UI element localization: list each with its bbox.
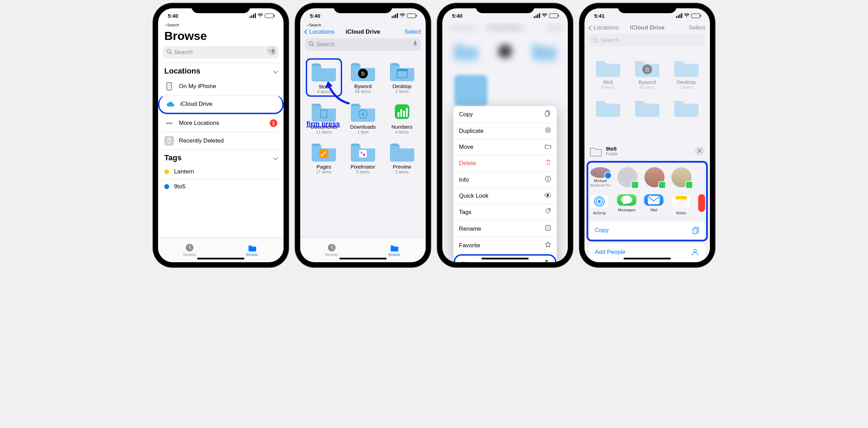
phone-3: 5:40 ‹ Locations iCloud Drive Select Cop…	[437, 3, 573, 267]
tag-icon	[545, 208, 551, 216]
page-title: Browse	[158, 27, 284, 46]
svg-point-31	[549, 209, 550, 211]
back-button: Locations	[589, 24, 619, 31]
notch	[476, 3, 535, 13]
close-button[interactable]: ✕	[695, 146, 704, 156]
section-tags[interactable]: Tags	[158, 149, 284, 164]
wifi-icon	[684, 13, 689, 19]
folder-icon	[248, 243, 257, 252]
more-button[interactable]: ···	[267, 46, 277, 55]
row-icloud-drive[interactable]: iCloud Drive	[158, 95, 284, 114]
folder-icon	[389, 60, 416, 82]
folder-thumb-icon	[590, 146, 602, 156]
search-input[interactable]: Search	[305, 38, 421, 51]
ctx-copy[interactable]: Copy	[453, 106, 557, 123]
annotation-highlight-box	[587, 161, 708, 241]
nav-title: iCloud Drive	[346, 28, 380, 35]
ctx-favorite[interactable]: Favorite	[453, 237, 557, 254]
nav-title: iCloud Drive	[630, 24, 665, 31]
star-icon	[545, 241, 551, 249]
svg-rect-17	[403, 111, 405, 117]
svg-point-24	[498, 44, 512, 58]
search-placeholder: Search	[316, 41, 335, 48]
svg-rect-11	[397, 69, 407, 71]
home-indicator[interactable]	[197, 258, 244, 259]
tag-dot-icon	[164, 184, 169, 189]
ctx-rename[interactable]: Rename	[453, 221, 557, 237]
ellipsis-icon: •••	[164, 118, 174, 128]
duplicate-icon	[545, 127, 551, 135]
folder-icon	[389, 141, 416, 162]
svg-rect-20	[359, 150, 367, 157]
select-button: Select	[689, 24, 705, 31]
row-on-my-iphone[interactable]: On My iPhone	[158, 78, 284, 95]
signal-icon	[392, 13, 398, 18]
tag-dot-icon	[164, 169, 169, 174]
context-menu: Copy Duplicate Move Delete Info Quick Lo…	[453, 106, 557, 262]
breadcrumb-back[interactable]: ‹ Search	[300, 23, 426, 27]
back-button[interactable]: Locations	[305, 28, 335, 35]
svg-line-1	[170, 53, 172, 54]
numbers-app-icon	[389, 101, 416, 122]
copy-icon	[545, 110, 551, 118]
svg-rect-16	[400, 109, 402, 117]
mic-icon[interactable]	[413, 41, 417, 49]
battery-icon	[407, 14, 416, 18]
app-pixelmator[interactable]: Pixelmator 0 items	[345, 139, 381, 177]
ctx-duplicate[interactable]: Duplicate	[453, 123, 557, 139]
trash-icon	[546, 159, 551, 167]
sheet-header: 9to5 Folder ✕	[584, 141, 710, 162]
home-indicator[interactable]	[339, 258, 387, 259]
status-time: 5:41	[594, 13, 605, 19]
trash-icon	[164, 136, 174, 146]
battery-icon	[265, 14, 274, 18]
tag-lantern[interactable]: Lantern	[158, 164, 284, 179]
person-add-icon	[692, 249, 700, 257]
status-time: 5:40	[310, 13, 320, 19]
folder-grid: 9to5 8 items B Byword 85 items Desktop 3…	[300, 55, 426, 180]
signal-icon	[250, 13, 256, 18]
search-icon	[309, 41, 314, 48]
search-input[interactable]: Search	[163, 46, 279, 59]
folder-move-icon	[545, 144, 551, 151]
notch	[333, 3, 392, 13]
badge-count: 1	[270, 119, 277, 127]
svg-text:B: B	[361, 71, 365, 77]
app-numbers[interactable]: Numbers 4 items	[384, 99, 420, 137]
tag-9to5[interactable]: 9to5	[158, 179, 284, 194]
row-recently-deleted[interactable]: Recently Deleted	[158, 132, 284, 149]
phone-4: 5:41 Locations iCloud Drive Select Searc…	[580, 3, 715, 267]
search-placeholder: Search	[174, 49, 193, 56]
ctx-tags[interactable]: Tags	[453, 204, 557, 221]
svg-rect-18	[406, 108, 408, 117]
ctx-info[interactable]: Info	[453, 172, 557, 188]
ctx-quick-look[interactable]: Quick Look	[453, 188, 557, 204]
app-pages[interactable]: Pages 17 items	[306, 139, 342, 177]
folder-desktop[interactable]: Desktop 3 items	[384, 58, 420, 97]
navbar-dimmed: Locations iCloud Drive Select	[584, 23, 710, 34]
home-indicator[interactable]	[624, 258, 671, 259]
wifi-icon	[258, 13, 263, 19]
wifi-icon	[400, 13, 405, 19]
action-add-people[interactable]: Add People	[589, 244, 705, 262]
pages-app-icon	[310, 141, 337, 162]
iphone-icon	[164, 82, 174, 91]
svg-line-36	[597, 41, 598, 43]
phone-2: 5:40 ‹ Search Locations iCloud Drive Sel…	[295, 3, 431, 267]
select-button[interactable]: Select	[405, 28, 421, 35]
folder-preview[interactable]: Preview 2 items	[384, 139, 420, 177]
folder-icon	[349, 101, 376, 122]
battery-low-icon	[549, 14, 558, 18]
svg-line-6	[312, 45, 314, 46]
section-locations[interactable]: Locations	[158, 63, 284, 78]
ctx-delete[interactable]: Delete	[453, 155, 557, 172]
wifi-icon	[542, 13, 547, 19]
breadcrumb-back[interactable]: ‹ Search	[158, 23, 284, 27]
home-indicator[interactable]	[481, 258, 529, 259]
battery-low-icon	[691, 14, 700, 18]
ctx-move[interactable]: Move	[453, 139, 557, 155]
svg-rect-15	[398, 112, 399, 117]
sheet-subtitle: Folder	[606, 152, 618, 156]
grid-blurred	[442, 34, 568, 67]
row-more-locations[interactable]: ••• More Locations 1	[158, 114, 284, 132]
